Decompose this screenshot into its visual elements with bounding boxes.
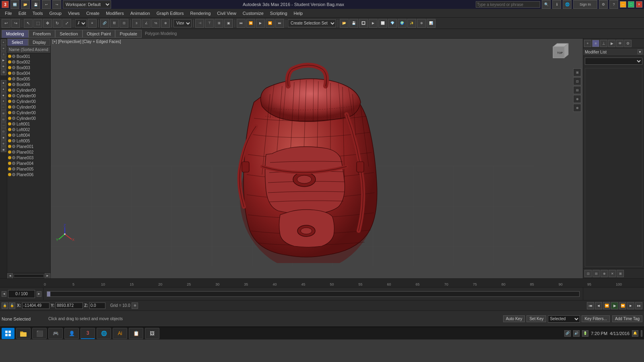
sign-in-btn[interactable]: Sign In	[573, 0, 597, 9]
next-key-btn[interactable]: ►	[627, 302, 634, 309]
rotate-btn[interactable]: ↻	[53, 19, 62, 28]
prev-frame-btn2[interactable]: ⏪	[603, 302, 610, 309]
prev-key-btn[interactable]: ◄	[595, 302, 602, 309]
scene-item[interactable]: Cylinder00	[7, 87, 50, 93]
key-end-btn[interactable]: ⏭	[275, 19, 284, 28]
scene-item[interactable]: Plane003	[7, 155, 50, 160]
menu-tools[interactable]: Tools	[29, 10, 46, 16]
vp-icon-5[interactable]: ⊗	[573, 104, 581, 112]
scene-item[interactable]: Loft005	[7, 138, 50, 144]
selection-lock-icon[interactable]: 🔓	[9, 302, 15, 309]
network-icon[interactable]: 🔗	[564, 330, 571, 337]
undo-top-btn[interactable]: ↩	[42, 0, 51, 9]
configure-modifier-icon[interactable]: ⊞	[617, 270, 624, 277]
hierarchy-panel-icon[interactable]: ⊥	[600, 40, 607, 47]
next-frame-btn2[interactable]: ⏩	[619, 302, 626, 309]
vp-icon-2[interactable]: ⊡	[573, 77, 581, 85]
viewport[interactable]: [+] [Perspective] [Clay + Edged Faces]	[51, 39, 583, 278]
layer-dropdown[interactable]: All	[75, 19, 87, 27]
strip-s11[interactable]: ⊕	[1, 140, 6, 146]
spinner-snap[interactable]: ⊕	[161, 19, 170, 28]
show-desktop-btn[interactable]	[641, 330, 642, 337]
scene-item[interactable]: Plane002	[7, 149, 50, 155]
utilities-panel-icon[interactable]: ⚙	[624, 40, 632, 47]
play-anim-btn[interactable]: ▶	[256, 19, 265, 28]
view-dropdown[interactable]: View	[173, 19, 192, 27]
render-scene-btn[interactable]: 🔳	[359, 19, 368, 28]
snap-toggle[interactable]: 3	[132, 19, 141, 28]
tab-populate[interactable]: Populate	[115, 30, 141, 38]
quick-render-btn[interactable]: ▶	[369, 19, 378, 28]
strip-motion-icon[interactable]: ▶	[1, 58, 6, 63]
strip-hierarchy-icon[interactable]: ⊥	[1, 51, 6, 57]
scene-display-tab[interactable]: Display	[28, 39, 50, 46]
array-btn[interactable]: ⊞	[215, 19, 223, 28]
create-selection-dropdown[interactable]: Create Selection Set	[288, 19, 336, 27]
key-start-btn[interactable]: ⏮	[237, 19, 246, 28]
quick-align-btn[interactable]: ▣	[224, 19, 233, 28]
open-btn[interactable]: 📂	[21, 0, 30, 9]
tab-object-paint[interactable]: Object Paint	[83, 30, 116, 38]
taskbar-app8[interactable]: 📋	[129, 328, 143, 339]
settings-icon[interactable]: ⚙	[599, 0, 608, 9]
percent-snap[interactable]: %	[151, 19, 160, 28]
add-time-tag-btn[interactable]: Add Time Tag	[612, 315, 642, 322]
scene-item[interactable]: Plane005	[7, 166, 50, 172]
menu-civil-view[interactable]: Civil View	[214, 10, 239, 16]
minimize-btn[interactable]: ─	[620, 1, 626, 8]
go-start-btn[interactable]: ⏮	[587, 302, 594, 309]
modifier-dropdown-arrow[interactable]: ▼	[638, 49, 642, 54]
link-btn[interactable]: 🔗	[100, 19, 109, 28]
title-search-input[interactable]	[476, 1, 540, 8]
strip-utilities-icon[interactable]: ⚙	[1, 70, 6, 75]
tab-freeform[interactable]: Freeform	[29, 30, 56, 38]
timeline-scroll-left[interactable]: ◄	[2, 291, 6, 297]
menu-views[interactable]: Views	[65, 10, 83, 16]
open-file-btn[interactable]: 📂	[340, 19, 349, 28]
scene-item[interactable]: Box001	[7, 53, 50, 59]
undo-btn[interactable]: ↩	[2, 19, 10, 28]
prev-frame-btn[interactable]: ⏪	[246, 19, 255, 28]
start-button[interactable]	[2, 328, 14, 339]
select-region-btn[interactable]: ⬚	[33, 19, 42, 28]
notification-icon[interactable]: 🔔	[632, 330, 638, 337]
menu-modifiers[interactable]: Modifiers	[103, 10, 127, 16]
scene-item[interactable]: Cylinder00	[7, 99, 50, 104]
strip-s10[interactable]: ◉	[1, 134, 6, 140]
display-panel-icon[interactable]: 👁	[616, 40, 623, 47]
maximize-btn[interactable]: □	[628, 1, 634, 8]
create-panel-icon[interactable]: +	[584, 40, 591, 47]
scale-btn[interactable]: ⤢	[62, 19, 71, 28]
menu-rendering[interactable]: Rendering	[187, 10, 214, 16]
taskbar-app4[interactable]: 👤	[64, 328, 79, 339]
strip-s6[interactable]: ⊞	[1, 110, 6, 116]
scene-item[interactable]: Loft004	[7, 132, 50, 138]
scene-item[interactable]: Plane004	[7, 160, 50, 166]
taskbar-app2[interactable]: ⬛	[32, 328, 47, 339]
angle-snap[interactable]: ∠	[142, 19, 151, 28]
scene-item[interactable]: Box003	[7, 65, 50, 70]
mat-editor-btn[interactable]: 💎	[388, 19, 397, 28]
align-btn[interactable]: ⊤	[205, 19, 214, 28]
tab-modeling[interactable]: Modeling	[2, 30, 29, 38]
strip-s7[interactable]: ⊟	[1, 116, 6, 122]
scene-item[interactable]: Cylinder00	[7, 115, 50, 121]
vp-icon-1[interactable]: ⊞	[573, 68, 581, 76]
modify-panel-icon[interactable]: ≡	[592, 40, 599, 47]
auto-key-btn[interactable]: Auto Key	[503, 315, 525, 322]
strip-display-icon[interactable]: 👁	[1, 64, 6, 69]
strip-s12[interactable]: ▣	[1, 146, 6, 152]
taskbar-illustrator[interactable]: Ai	[113, 328, 127, 339]
menu-help[interactable]: Help	[291, 10, 306, 16]
scroll-right-arrow[interactable]: ►	[45, 273, 50, 279]
scene-item[interactable]: Box004	[7, 70, 50, 76]
strip-modify-icon[interactable]: ≡	[1, 45, 6, 51]
scene-item[interactable]: Loft002	[7, 127, 50, 132]
menu-create[interactable]: Create	[83, 10, 103, 16]
menu-scripting[interactable]: Scripting	[267, 10, 291, 16]
bind-btn[interactable]: ⊡	[120, 19, 128, 28]
mirror-btn[interactable]: ⊣	[195, 19, 204, 28]
save-file-btn[interactable]: 💾	[349, 19, 358, 28]
scene-select-tab[interactable]: Select	[7, 39, 28, 46]
strip-s8[interactable]: ⋯	[1, 122, 6, 128]
